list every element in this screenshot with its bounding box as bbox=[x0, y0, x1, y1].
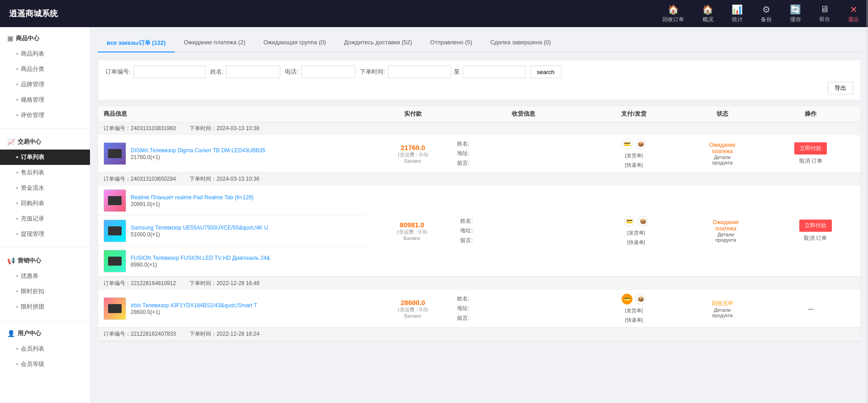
ship-icon-2[interactable]: 📦 bbox=[637, 216, 648, 227]
main-content: все заказы订单 (122) Ожидание платежа (2) … bbox=[90, 27, 868, 403]
receiver-cell-3: 姓名: 地址: 留言: bbox=[457, 294, 590, 323]
nav-cache[interactable]: 🔄 缓存 bbox=[790, 4, 801, 23]
sidebar-item-member-list[interactable]: 会员列表 bbox=[0, 341, 90, 356]
sidebar-item-price-mgmt[interactable]: 规格管理 bbox=[0, 92, 90, 108]
tab-pending-pay[interactable]: Ожидание платежа (2) bbox=[175, 34, 255, 52]
tab-pending-group[interactable]: Ожидающая группа (0) bbox=[255, 34, 335, 52]
nav-frontend[interactable]: 🖥 前台 bbox=[819, 4, 830, 23]
nav-orders[interactable]: 🏠 回收订单 bbox=[662, 4, 684, 23]
sidebar-item-order-list[interactable]: 订单列表 bbox=[0, 150, 90, 165]
product-qty-2a: 20991.0(×1) bbox=[131, 201, 254, 207]
order-4-header: 订单编号：221228162407833 下单时间：2022-12-28 16:… bbox=[98, 328, 860, 341]
order-4-time: 下单时间：2022-12-28 16:24 bbox=[189, 330, 259, 338]
product-img-1 bbox=[104, 142, 126, 165]
sidebar-item-flash-sale[interactable]: 限时折扣 bbox=[0, 284, 90, 299]
dot-icon bbox=[16, 348, 18, 350]
nav-overview[interactable]: 🏠 概况 bbox=[702, 4, 713, 23]
date-start-input[interactable] bbox=[388, 66, 451, 78]
col-status: 状态 bbox=[678, 110, 767, 118]
nav-exit[interactable]: ✕ 退出 bbox=[848, 4, 859, 23]
dot-icon bbox=[16, 233, 18, 235]
tab-completed[interactable]: Сделка завершена (0) bbox=[481, 34, 560, 52]
product-link-3[interactable]: Irbis Телевизор 43F1YDX184BS2/43&quot;/S… bbox=[131, 302, 257, 309]
overview-icon: 🏠 bbox=[702, 4, 713, 15]
receiver-note-3: 留言: bbox=[457, 314, 590, 323]
detail-link-2[interactable]: Деталипродукта bbox=[716, 232, 736, 243]
express-link-2[interactable]: [快递单] bbox=[627, 239, 645, 246]
tab-shipped[interactable]: Отправлено (5) bbox=[421, 34, 481, 52]
action-icon-row-2: 💳 📦 bbox=[624, 216, 648, 227]
sidebar-item-goods-category[interactable]: 商品分类 bbox=[0, 61, 90, 77]
date-end-input[interactable] bbox=[462, 66, 526, 78]
status-cell-2: Ожиданиеплатежа Деталипродукта bbox=[681, 186, 770, 276]
order-2-header: 订单编号：240313103650294 下单时间：2024-03-13 10:… bbox=[98, 173, 860, 186]
receiver-name-1: 姓名: bbox=[457, 139, 590, 149]
pay-icon-2[interactable]: 💳 bbox=[624, 216, 635, 227]
order-group-4: 订单编号：221228162407833 下单时间：2022-12-28 16:… bbox=[98, 328, 860, 341]
product-info-1: DIGMA Телевизор Digma Салют ТВ DM-LED43U… bbox=[131, 147, 265, 161]
order-no-label: 订单编号: bbox=[105, 68, 131, 76]
nav-backup[interactable]: ⚙ 备份 bbox=[761, 4, 772, 23]
product-link-2a[interactable]: Realme Планшет realme Pad Realme Tab (6+… bbox=[131, 194, 254, 202]
tab-pending-delivery[interactable]: Дождитесь доставки (52) bbox=[335, 34, 421, 52]
cancel-button-2[interactable]: 取消 订单 bbox=[804, 234, 827, 242]
search-button[interactable]: search bbox=[530, 66, 561, 78]
nav-stats[interactable]: 📊 统计 bbox=[731, 4, 743, 23]
order-group-3: 订单编号：221228164810912 下单时间：2022-12-28 16:… bbox=[98, 277, 860, 328]
order-no-input[interactable] bbox=[133, 66, 206, 78]
express-link-1[interactable]: [快递单] bbox=[625, 162, 643, 169]
sidebar-group-trade: 📈 交易中心 订单列表 售后列表 资金流水 回购列表 充值记录 bbox=[0, 131, 90, 245]
pay-button-1[interactable]: 立即付款 bbox=[794, 142, 827, 155]
export-button[interactable]: 导出 bbox=[828, 82, 853, 94]
product-link-1[interactable]: DIGMA Телевизор Digma Салют ТВ DM-LED43U… bbox=[131, 147, 265, 155]
sidebar-item-aftersale[interactable]: 售后列表 bbox=[0, 165, 90, 180]
product-link-2b[interactable]: Samsung Телевизор UE55AU7500UXCE/55&quot… bbox=[131, 224, 268, 232]
product-img-2b bbox=[104, 220, 126, 242]
sidebar-item-buyback[interactable]: 回购列表 bbox=[0, 196, 90, 211]
order-3-no: 订单编号：221228164810912 bbox=[104, 280, 176, 287]
pay-icon-1[interactable]: 💳 bbox=[622, 139, 632, 150]
sidebar-item-member-level[interactable]: 会员等级 bbox=[0, 356, 90, 372]
sidebar-item-review-mgmt[interactable]: 评价管理 bbox=[0, 108, 90, 123]
sidebar-item-coupon[interactable]: 优惠券 bbox=[0, 268, 90, 284]
amount-cell-1: 21760.0 (含运费：0.0) Баланс bbox=[369, 144, 458, 164]
order-4-no: 订单编号：221228162407833 bbox=[104, 330, 176, 338]
sidebar-item-withdraw[interactable]: 提现管理 bbox=[0, 226, 90, 242]
home-icon: 🏠 bbox=[668, 4, 679, 15]
order-row-3: Irbis Телевизор 43F1YDX184BS2/43&quot;/S… bbox=[98, 290, 860, 327]
dot-icon bbox=[16, 99, 18, 101]
sidebar-item-group-buy[interactable]: 限时拼团 bbox=[0, 299, 90, 314]
ship-icon-1[interactable]: 📦 bbox=[635, 139, 646, 150]
ship-order-link-2[interactable]: [发货单] bbox=[627, 230, 645, 236]
amount-balance-2: Баланс bbox=[404, 235, 420, 241]
ship-icon-3[interactable]: 📦 bbox=[635, 294, 646, 305]
sidebar-item-recharge[interactable]: 充值记录 bbox=[0, 211, 90, 226]
amount-shipping-3: (含运费：0.0) bbox=[369, 306, 458, 313]
sidebar-item-fund-flow[interactable]: 资金流水 bbox=[0, 180, 90, 196]
detail-link-1[interactable]: Деталипродукта bbox=[678, 155, 767, 165]
sidebar: ▣ 商品中心 商品列表 商品分类 品牌管理 规格管理 评价管理 bbox=[0, 27, 90, 403]
cancel-button-1[interactable]: 取消 订单 bbox=[799, 157, 822, 165]
ship-order-link-3[interactable]: [发货单] bbox=[625, 307, 643, 314]
name-input[interactable] bbox=[226, 66, 280, 78]
product-cell-2b: Samsung Телевизор UE55AU7500UXCE/55&quot… bbox=[98, 216, 367, 246]
pay-button-2[interactable]: 立即付款 bbox=[799, 220, 832, 232]
sidebar-item-goods-list[interactable]: 商品列表 bbox=[0, 46, 90, 61]
dot-icon bbox=[16, 114, 18, 116]
product-link-2c[interactable]: FUSION Телевизор FUSION LED TV HD Диагон… bbox=[131, 254, 270, 262]
status-1: Ожиданиеплатежа bbox=[678, 142, 767, 155]
pay-icon-3[interactable]: 💳 bbox=[622, 294, 632, 305]
phone-input[interactable] bbox=[301, 66, 355, 78]
tab-all[interactable]: все заказы订单 (122) bbox=[98, 34, 175, 52]
order-1-time: 下单时间：2024-03-13 10:38 bbox=[189, 125, 259, 132]
express-link-3[interactable]: [快递单] bbox=[625, 317, 643, 323]
product-img-2a bbox=[104, 189, 126, 212]
detail-link-3[interactable]: Деталипродукта bbox=[678, 307, 767, 318]
stats-icon: 📊 bbox=[731, 4, 743, 15]
ship-order-link-1[interactable]: [发货单] bbox=[625, 152, 643, 159]
receiver-name-3: 姓名: bbox=[457, 294, 590, 304]
receiver-addr-1: 地址: bbox=[457, 149, 590, 159]
payment-cell-3: 💳 📦 [发货单] [快递单] bbox=[590, 294, 678, 323]
layout: ▣ 商品中心 商品列表 商品分类 品牌管理 规格管理 评价管理 bbox=[0, 27, 868, 403]
sidebar-item-brand-mgmt[interactable]: 品牌管理 bbox=[0, 77, 90, 92]
